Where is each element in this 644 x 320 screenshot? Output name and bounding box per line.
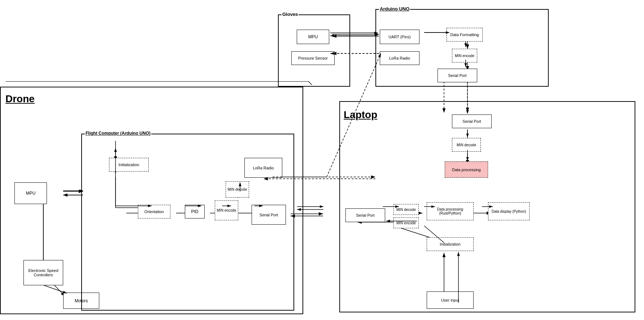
- arduino-lora-label: LoRa Radio: [389, 56, 410, 60]
- fc-serial-port: Serial Port: [252, 205, 286, 225]
- fc-orientation-label: Orientation: [144, 209, 164, 214]
- drone-3d-top: [5, 81, 312, 85]
- fc-initialization: Initialization: [109, 158, 149, 172]
- fc-min-encode: MIN encode: [215, 200, 238, 220]
- laptop-data-processing-rust-label: Data processing (Rust/Python): [428, 207, 472, 215]
- diagram-container: Gloves MPU Pressure Sensor Arduino UNO U…: [0, 0, 644, 320]
- fc-serial-port-label: Serial Port: [260, 213, 278, 217]
- fc-lora-radio: LoRa Radio: [244, 158, 282, 178]
- laptop-serial-port-top-label: Serial Port: [462, 119, 481, 124]
- laptop-data-processing-pink: Data processing: [445, 161, 488, 178]
- data-formatting-label: Data Formatting: [451, 33, 479, 37]
- laptop-data-display-label: Data display (Python): [492, 209, 526, 213]
- flight-computer-group: Flight Computer (Arduino UNO) Initializa…: [81, 134, 294, 311]
- fc-orientation: Orientation: [138, 205, 170, 219]
- fc-initialization-label: Initialization: [118, 163, 139, 167]
- arduino-min-encode-box: MIN encode: [452, 49, 477, 62]
- laptop-user-input: User input: [427, 291, 474, 309]
- arduino-lora-box: LoRa Radio: [380, 51, 419, 65]
- laptop-data-processing-pink-label: Data processing: [452, 168, 481, 172]
- laptop-min-decode-top-label: MIN decode: [457, 143, 476, 147]
- laptop-serial-port-bottom: Serial Port: [345, 208, 385, 222]
- arduino-uno-top-label: Arduino UNO: [379, 6, 410, 12]
- gloves-mpu-label: MPU: [308, 34, 318, 39]
- fc-min-encode-label: MIN encode: [217, 208, 236, 212]
- gloves-group: Gloves MPU Pressure Sensor: [278, 14, 350, 87]
- data-formatting-box: Data Formatting: [447, 28, 483, 42]
- arduino-serial-port-label: Serial Port: [448, 73, 466, 78]
- laptop-serial-port-bottom-label: Serial Port: [356, 213, 374, 217]
- pressure-sensor-label: Pressure Sensor: [298, 56, 328, 60]
- laptop-min-decode-bottom: MIN decode: [393, 204, 419, 215]
- laptop-user-input-label: User input: [441, 298, 459, 302]
- pressure-sensor-box: Pressure Sensor: [291, 51, 335, 65]
- laptop-serial-port-top: Serial Port: [452, 114, 492, 128]
- gloves-mpu-box: MPU: [297, 30, 329, 44]
- laptop-min-encode-label: MIN encode: [396, 221, 416, 225]
- laptop-min-decode-top: MIN decode: [452, 138, 481, 152]
- fc-min-decode: MIN decode: [226, 181, 249, 198]
- laptop-data-display: Data display (Python): [488, 202, 530, 220]
- arduino-serial-port-box: Serial Port: [438, 69, 477, 82]
- laptop-min-encode: MIN encode: [393, 217, 419, 228]
- gloves-label: Gloves: [282, 12, 299, 17]
- fc-pid: PID: [185, 205, 205, 219]
- uart-label: UART (Pins): [388, 35, 410, 39]
- drone-mpu-box: MPU: [14, 182, 47, 204]
- drone-mpu-label: MPU: [26, 191, 36, 196]
- fc-min-decode-label: MIN decode: [228, 187, 247, 191]
- esc-box: Electronic Speed Controllers: [23, 260, 63, 285]
- laptop-data-processing-rust: Data processing (Rust/Python): [427, 202, 474, 220]
- laptop-group: Laptop Serial Port MIN decode Data proce…: [339, 101, 635, 312]
- arduino-min-encode-label: MIN encode: [455, 54, 474, 58]
- arduino-uno-top-group: Arduino UNO UART (Pins) LoRa Radio Data …: [375, 9, 549, 87]
- drone-title: Drone: [5, 93, 35, 105]
- uart-box: UART (Pins): [380, 30, 419, 44]
- fc-lora-label: LoRa Radio: [253, 166, 274, 170]
- fc-pid-label: PID: [191, 209, 198, 214]
- laptop-initialization-label: Initialization: [440, 242, 460, 246]
- esc-label: Electronic Speed Controllers: [25, 268, 61, 277]
- laptop-initialization: Initialization: [427, 237, 474, 251]
- laptop-title: Laptop: [344, 109, 377, 121]
- laptop-min-decode-bottom-label: MIN decode: [396, 208, 416, 212]
- flight-computer-label: Flight Computer (Arduino UNO): [85, 131, 151, 136]
